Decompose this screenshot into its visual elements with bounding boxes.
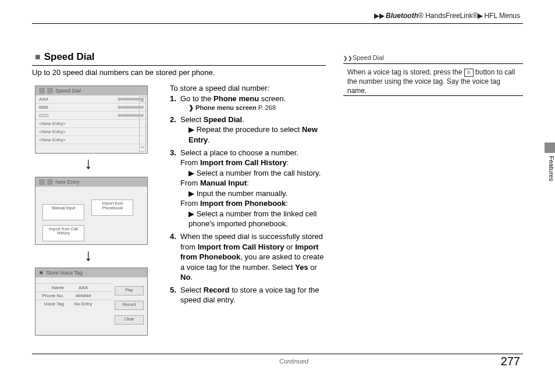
- continued-label: Continued: [279, 358, 308, 365]
- section-rule: [32, 65, 326, 66]
- step-5: 5. Select Record to store a voice tag fo…: [170, 285, 326, 305]
- voice-icon: ⎋: [464, 69, 474, 77]
- chevron-up-icon: ︽: [140, 97, 145, 104]
- rule-top: [32, 23, 523, 24]
- record-button: Record: [115, 301, 144, 310]
- section-title: ■Speed Dial: [35, 51, 95, 63]
- play-button: Play: [115, 286, 144, 295]
- rule-bottom: [32, 354, 523, 354]
- ui-speed-dial-list: Speed Dial AAA########## BBB########## C…: [35, 85, 148, 154]
- import-phonebook-button: Import from Phonebook: [91, 199, 133, 216]
- manual-input-button: Manual Input: [42, 204, 84, 220]
- note-rule: [343, 63, 523, 64]
- step-1: 1. Go to the Phone menu screen. ❱ Phone …: [170, 94, 326, 112]
- scrollbar: ︽ ︾: [139, 97, 146, 152]
- step-2: 2. Select Speed Dial. ▶ Repeat the proce…: [170, 115, 326, 145]
- breadcrumb: ▶▶Bluetooth® HandsFreeLink®▶HFL Menus: [374, 12, 520, 20]
- page-number: 277: [501, 355, 520, 368]
- note-body: When a voice tag is stored, press the ⎋ …: [347, 67, 520, 96]
- ui-store-voice-tag: ✱Store Voice Tag NameAAA Phone No.######…: [35, 268, 148, 336]
- xref-link: ❱ Phone menu screen P. 268: [180, 104, 326, 112]
- ui-new-entry: New Entry Manual Input Import from Phone…: [35, 177, 148, 245]
- clear-button: Clear: [115, 315, 144, 325]
- note-header: ❯❯Speed Dial: [343, 54, 384, 61]
- import-callhistory-button: Import from Call History: [42, 225, 84, 241]
- arrow-down-icon: ↓: [84, 246, 92, 265]
- step-3: 3. Select a place to choose a number. Fr…: [170, 148, 326, 229]
- arrow-down-icon: ↓: [84, 154, 92, 173]
- instruction-steps: To store a speed dial number: 1. Go to t…: [170, 83, 326, 308]
- step-4: 4. When the speed dial is successfully s…: [170, 231, 326, 283]
- lead-text: Up to 20 speed dial numbers can be store…: [32, 68, 215, 77]
- note-rule-bottom: [343, 95, 523, 96]
- chevron-down-icon: ︾: [140, 145, 145, 151]
- side-tab-features: Features: [545, 151, 555, 186]
